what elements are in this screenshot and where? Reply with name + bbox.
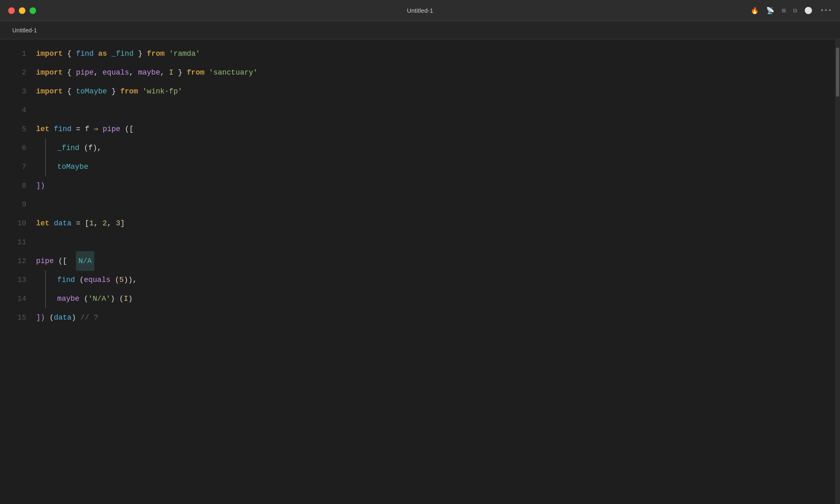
line-7-number: 7 — [0, 157, 26, 176]
code-line-9 — [33, 195, 835, 214]
line-12-number: 12 — [0, 252, 26, 270]
scrollbar[interactable] — [835, 39, 840, 504]
result-value: N/A — [76, 251, 94, 271]
line-13-number: 13 — [0, 270, 26, 289]
code-line-3: import { toMaybe } from 'wink-fp' — [33, 82, 835, 101]
code-line-2: import { pipe, equals, maybe, I } from '… — [33, 63, 835, 82]
code-line-4 — [33, 101, 835, 120]
code-line-1: import { find as _find } from 'ramda' — [33, 44, 835, 63]
line-3-number: 3 — [0, 82, 26, 101]
line-14-number: 14 — [0, 289, 26, 308]
toolbar-icons: 🔥 📡 ⊞ ⊟ ⚪ ••• — [751, 7, 832, 15]
line-9-number: 9 — [0, 195, 26, 214]
tab-bar: Untitled-1 — [0, 21, 840, 39]
split-icon[interactable]: ⊟ — [793, 7, 797, 15]
code-line-12: pipe ([ N/A — [33, 252, 835, 270]
editor-container: 1 2 3 4 5 6 7 8 9 10 11 12 13 14 15 impo… — [0, 39, 840, 504]
line-2-number: 2 — [0, 63, 26, 82]
line-1-number: 1 — [0, 44, 26, 63]
code-line-7: toMaybe — [33, 157, 835, 176]
line-5-number: 5 — [0, 120, 26, 138]
code-line-13: find (equals (5)), — [33, 270, 835, 289]
line-numbers: 1 2 3 4 5 6 7 8 9 10 11 12 13 14 15 — [0, 39, 33, 504]
window-title: Untitled-1 — [407, 7, 433, 14]
more-icon[interactable]: ••• — [820, 7, 832, 14]
line-15-number: 15 — [0, 308, 26, 327]
traffic-lights — [8, 7, 36, 14]
code-line-14: maybe ('N/A') (I) — [33, 289, 835, 308]
line-8-number: 8 — [0, 176, 26, 195]
code-area[interactable]: import { find as _find } from 'ramda' im… — [33, 39, 835, 504]
circle-icon: ⚪ — [804, 7, 813, 15]
code-line-5: let find = f ⇒ pipe ([ — [33, 120, 835, 138]
maximize-button[interactable] — [30, 7, 36, 14]
minimize-button[interactable] — [19, 7, 25, 14]
line-6-number: 6 — [0, 138, 26, 157]
line-10-number: 10 — [0, 214, 26, 233]
code-line-8: ]) — [33, 176, 835, 195]
code-line-10: let data = [1, 2, 3] — [33, 214, 835, 233]
layout-icon[interactable]: ⊞ — [782, 7, 786, 15]
flame-icon[interactable]: 🔥 — [751, 7, 759, 15]
line-11-number: 11 — [0, 233, 26, 252]
code-line-15: ]) (data) // ? — [33, 308, 835, 327]
code-line-6: _find (f), — [33, 138, 835, 157]
line-4-number: 4 — [0, 101, 26, 120]
code-line-11 — [33, 233, 835, 252]
tab-untitled[interactable]: Untitled-1 — [7, 25, 43, 36]
scrollbar-thumb[interactable] — [836, 48, 839, 97]
broadcast-icon[interactable]: 📡 — [766, 7, 774, 15]
title-bar: Untitled-1 🔥 📡 ⊞ ⊟ ⚪ ••• — [0, 0, 840, 21]
close-button[interactable] — [8, 7, 15, 14]
